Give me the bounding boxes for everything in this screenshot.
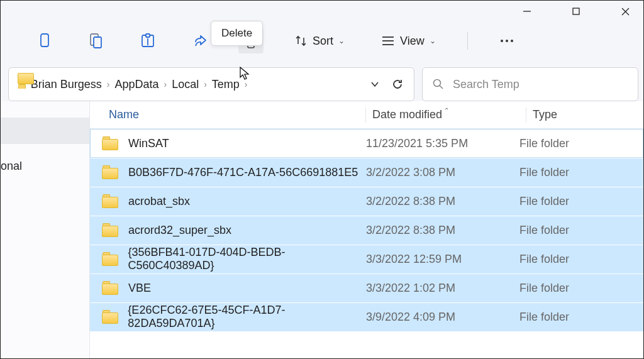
share-icon <box>192 33 207 48</box>
folder-icon <box>102 252 118 266</box>
folder-icon <box>102 223 118 237</box>
cell-type: File folder <box>519 224 643 237</box>
breadcrumb-item[interactable]: Brian Burgess <box>31 78 102 91</box>
paste-icon <box>140 33 156 49</box>
file-name: WinSAT <box>128 137 169 150</box>
refresh-button[interactable] <box>387 74 408 94</box>
cell-name: B0B36F7D-476F-471C-A17A-56C6691881E5 <box>91 165 366 179</box>
file-name: B0B36F7D-476F-471C-A17A-56C6691881E5 <box>128 166 358 179</box>
sort-asc-icon: ⌃ <box>444 107 449 114</box>
file-name: VBE <box>128 282 151 295</box>
view-icon <box>381 35 395 47</box>
cut-icon <box>38 33 52 49</box>
more-icon <box>499 38 514 43</box>
column-headers: Name Date modified ⌃ Type <box>90 101 643 129</box>
breadcrumb-item[interactable]: AppData <box>114 78 158 91</box>
file-name: {356BFB41-017D-404D-BEDB-C560C40389AD} <box>128 246 366 272</box>
main-content: onal Name Date modified ⌃ Type WinSAT11/… <box>1 101 643 359</box>
cell-name: VBE <box>91 281 366 295</box>
folder-icon <box>102 310 118 324</box>
cell-type: File folder <box>519 253 643 266</box>
window-titlebar <box>1 1 643 22</box>
file-row[interactable]: {356BFB41-017D-404D-BEDB-C560C40389AD}3/… <box>90 245 643 273</box>
sort-icon <box>295 35 308 47</box>
cell-type: File folder <box>519 137 643 150</box>
copy-button[interactable] <box>84 28 109 53</box>
svg-rect-8 <box>146 34 150 37</box>
cell-name: acrord32_super_sbx <box>91 223 366 237</box>
minimize-button[interactable] <box>513 1 541 21</box>
chevron-right-icon: › <box>104 79 113 89</box>
breadcrumb-item[interactable]: Local <box>172 78 199 91</box>
column-date[interactable]: Date modified ⌃ <box>372 108 526 121</box>
cell-date: 3/3/2022 12:59 PM <box>366 253 519 266</box>
search-box[interactable]: Search Temp <box>422 67 638 101</box>
chevron-right-icon: › <box>161 79 169 89</box>
cell-name: acrobat_sbx <box>91 194 366 208</box>
chevron-down-icon: ⌄ <box>338 36 345 45</box>
sort-label: Sort <box>313 35 333 48</box>
file-row[interactable]: acrord32_super_sbx3/2/2022 8:38 PMFile f… <box>90 216 643 245</box>
copy-icon <box>89 33 104 49</box>
svg-point-14 <box>506 40 508 42</box>
svg-point-16 <box>434 80 441 87</box>
chevron-right-icon: › <box>201 79 209 89</box>
folder-icon <box>102 165 118 179</box>
mouse-cursor <box>238 66 251 81</box>
folder-icon <box>102 194 118 208</box>
cell-date: 3/2/2022 8:38 PM <box>366 195 519 208</box>
svg-rect-6 <box>94 37 101 48</box>
column-type[interactable]: Type <box>533 108 643 121</box>
column-separator[interactable] <box>365 108 366 123</box>
maximize-button[interactable] <box>562 1 591 21</box>
paste-button[interactable] <box>135 28 160 53</box>
file-row[interactable]: VBE3/3/2022 1:02 PMFile folder <box>90 273 643 302</box>
file-list: Name Date modified ⌃ Type WinSAT11/23/20… <box>90 101 643 359</box>
history-dropdown[interactable] <box>365 74 385 94</box>
toolbar: Delete Sort ⌄ View ⌄ <box>1 22 643 60</box>
svg-point-13 <box>501 40 503 42</box>
folder-icon <box>102 281 118 295</box>
breadcrumb-bar[interactable]: › Brian Burgess › AppData › Local › Temp… <box>8 67 414 101</box>
sidebar-item[interactable]: onal <box>1 154 89 178</box>
cut-button[interactable] <box>32 28 57 53</box>
file-row[interactable]: {E26CFC62-67E5-45CF-A1D7-82DA59DA701A}3/… <box>90 302 643 331</box>
file-name: acrord32_super_sbx <box>128 224 231 237</box>
svg-rect-4 <box>41 34 48 47</box>
cell-type: File folder <box>519 195 643 208</box>
cell-name: {356BFB41-017D-404D-BEDB-C560C40389AD} <box>91 246 366 272</box>
folder-icon <box>102 136 118 150</box>
sidebar-item[interactable] <box>1 118 89 144</box>
cell-name: {E26CFC62-67E5-45CF-A1D7-82DA59DA701A} <box>91 304 366 330</box>
file-row[interactable]: WinSAT11/23/2021 5:35 PMFile folder <box>90 129 643 158</box>
file-row[interactable]: B0B36F7D-476F-471C-A17A-56C6691881E53/2/… <box>90 158 643 187</box>
search-placeholder: Search Temp <box>453 78 519 91</box>
svg-rect-1 <box>573 8 579 14</box>
view-dropdown[interactable]: View ⌄ <box>376 28 441 53</box>
cell-date: 3/3/2022 1:02 PM <box>366 282 519 295</box>
column-name[interactable]: Name <box>90 108 365 121</box>
sort-dropdown[interactable]: Sort ⌄ <box>290 28 350 53</box>
file-row[interactable]: acrobat_sbx3/2/2022 8:38 PMFile folder <box>90 187 643 216</box>
share-button[interactable] <box>187 28 212 53</box>
cell-date: 3/9/2022 4:09 PM <box>366 311 519 324</box>
close-button[interactable] <box>611 1 640 21</box>
svg-point-15 <box>511 40 513 42</box>
cell-date: 11/23/2021 5:35 PM <box>366 137 519 150</box>
search-icon <box>433 79 444 90</box>
file-name: acrobat_sbx <box>128 195 190 208</box>
view-label: View <box>400 35 425 48</box>
column-separator[interactable] <box>526 108 526 123</box>
cell-type: File folder <box>519 166 643 179</box>
more-button[interactable] <box>494 28 519 53</box>
cell-type: File folder <box>519 282 643 295</box>
chevron-down-icon: ⌄ <box>430 36 436 45</box>
cell-date: 3/2/2022 8:38 PM <box>366 224 519 237</box>
cell-name: WinSAT <box>91 136 366 150</box>
svg-line-17 <box>440 86 443 89</box>
nav-sidebar: onal <box>1 101 90 359</box>
address-row: › Brian Burgess › AppData › Local › Temp… <box>1 67 643 101</box>
toolbar-divider <box>467 32 468 50</box>
breadcrumb-item[interactable]: Temp <box>212 78 240 91</box>
delete-tooltip: Delete <box>211 21 263 46</box>
